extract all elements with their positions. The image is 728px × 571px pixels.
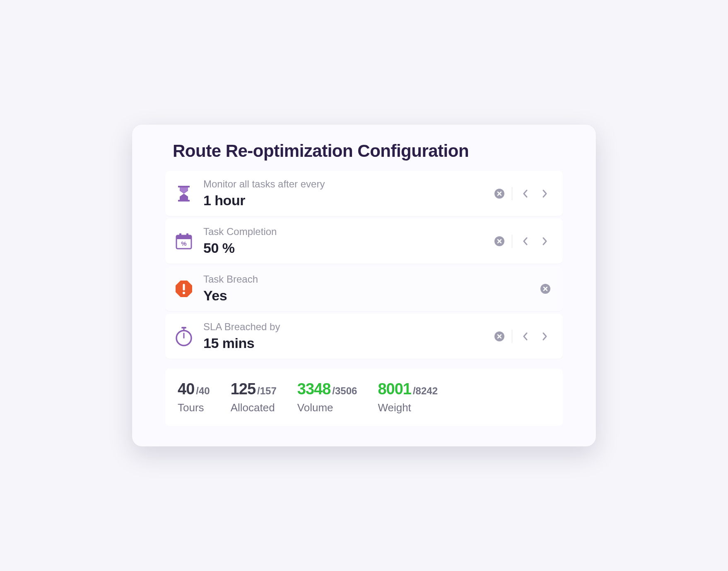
clear-button[interactable] (494, 331, 504, 341)
control-divider (512, 187, 512, 200)
clear-button[interactable] (494, 236, 504, 246)
stat-main: 8001 (378, 380, 411, 398)
stat-label: Weight (378, 401, 438, 414)
svg-rect-3 (186, 233, 188, 237)
config-row-sla: SLA Breached by 15 mins (165, 314, 563, 359)
svg-rect-6 (183, 284, 185, 290)
row-controls (494, 330, 550, 343)
svg-rect-10 (183, 329, 185, 331)
next-button[interactable] (539, 331, 550, 342)
stat-sub: /8242 (413, 385, 438, 397)
stat-volume: 3348 /3506 Volume (297, 380, 357, 414)
prev-button[interactable] (520, 331, 531, 342)
stat-label: Allocated (231, 401, 277, 414)
svg-rect-9 (181, 327, 186, 329)
stat-main: 40 (178, 380, 194, 398)
page-title: Route Re-optimization Configuration (165, 141, 563, 161)
config-value: 1 hour (203, 192, 494, 209)
stat-sub: /157 (257, 385, 277, 397)
stat-label: Tours (178, 401, 210, 414)
svg-text:%: % (181, 240, 186, 247)
row-controls (540, 284, 550, 294)
stat-tours: 40 /40 Tours (178, 380, 210, 414)
svg-point-7 (183, 292, 185, 294)
clear-button[interactable] (540, 284, 550, 294)
config-value: 15 mins (203, 335, 494, 351)
config-card: Route Re-optimization Configuration Moni… (132, 125, 596, 446)
config-label: Task Completion (203, 226, 494, 238)
config-value: Yes (203, 288, 540, 304)
config-text: Task Completion 50 % (203, 226, 494, 256)
stat-label: Volume (297, 401, 357, 414)
config-list: Monitor all tasks after every 1 hour (165, 171, 563, 361)
calendar-percent-icon: % (174, 231, 194, 252)
prev-button[interactable] (520, 188, 531, 199)
stopwatch-icon (174, 326, 194, 347)
svg-rect-2 (179, 233, 181, 237)
stat-allocated: 125 /157 Allocated (231, 380, 277, 414)
stat-main: 125 (231, 380, 256, 398)
prev-button[interactable] (520, 235, 531, 247)
stat-main: 3348 (297, 380, 331, 398)
next-button[interactable] (539, 235, 550, 247)
svg-rect-1 (176, 235, 191, 239)
config-text: Task Breach Yes (203, 274, 540, 304)
stat-sub: /3506 (332, 385, 357, 397)
config-label: Monitor all tasks after every (203, 178, 494, 190)
stat-sub: /40 (196, 385, 210, 397)
svg-rect-11 (183, 333, 185, 338)
config-value: 50 % (203, 240, 494, 256)
stat-weight: 8001 /8242 Weight (378, 380, 438, 414)
control-divider (512, 235, 512, 248)
hourglass-icon (174, 183, 194, 204)
clear-button[interactable] (494, 189, 504, 199)
config-label: Task Breach (203, 274, 540, 285)
control-divider (512, 330, 512, 343)
row-controls (494, 235, 550, 248)
row-controls (494, 187, 550, 200)
config-row-monitor: Monitor all tasks after every 1 hour (165, 171, 563, 216)
config-row-breach: Task Breach Yes (165, 266, 563, 311)
config-text: Monitor all tasks after every 1 hour (203, 178, 494, 209)
next-button[interactable] (539, 188, 550, 199)
config-label: SLA Breached by (203, 321, 494, 333)
config-row-completion: % Task Completion 50 % (165, 218, 563, 264)
stats-bar: 40 /40 Tours 125 /157 Allocated 3348 /35… (165, 369, 563, 426)
config-text: SLA Breached by 15 mins (203, 321, 494, 351)
alert-octagon-icon (174, 278, 194, 299)
